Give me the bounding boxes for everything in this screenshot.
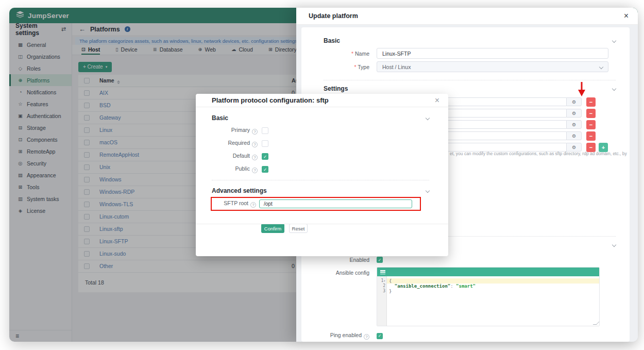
drawer-header: Update platform × (296, 8, 638, 25)
advanced-settings-header[interactable]: Advanced settings (212, 187, 429, 194)
gear-icon: ⚙ (572, 134, 576, 139)
enabled-label: Enabled (324, 257, 377, 263)
protocol-settings-button[interactable]: ⚙ (566, 109, 582, 118)
default-field-row: Default? ✓ (212, 153, 429, 160)
type-select[interactable]: Host / Linux (377, 61, 608, 72)
close-icon[interactable]: × (624, 12, 629, 20)
basic-section-header[interactable]: Basic (212, 114, 429, 121)
chevron-down-icon (426, 188, 430, 192)
gear-icon: ⚙ (572, 99, 576, 105)
ping-enabled-label: Ping enabled (330, 332, 362, 338)
gear-icon: ⚙ (572, 145, 576, 150)
close-icon[interactable]: × (435, 96, 439, 105)
help-icon[interactable]: ? (364, 334, 369, 340)
divider (212, 180, 429, 180)
chevron-down-icon (426, 115, 430, 120)
help-icon[interactable]: ? (252, 142, 258, 147)
required-field-row: Required? (212, 140, 429, 147)
align-lines-icon (380, 270, 385, 274)
fold-icon[interactable]: ▾ (383, 279, 385, 282)
editor-gutter: 1▾ 2 3 (377, 276, 387, 326)
protocol-config-modal: Platform protocol configuration: sftp × … (196, 94, 448, 256)
name-field-row: Name Linux-SFTP (324, 48, 616, 59)
ping-enabled-checkbox[interactable]: ✓ (377, 333, 383, 339)
add-protocol-button[interactable]: + (599, 143, 608, 152)
reset-button[interactable]: Reset (289, 224, 308, 233)
annotation-arrow (577, 81, 587, 97)
confirm-button[interactable]: Confirm (261, 224, 284, 233)
enabled-checkbox[interactable]: ✓ (377, 257, 383, 263)
settings-section-header[interactable]: Settings (324, 85, 616, 92)
ansible-config-editor[interactable]: 1▾ 2 3 { "ansible_connection": "smart" } (377, 267, 600, 326)
basic-section-header[interactable]: Basic (324, 37, 616, 44)
name-label: Name (324, 51, 377, 57)
primary-field-row: Primary? (212, 127, 429, 134)
modal-title: Platform protocol configuration: sftp (212, 96, 329, 104)
enabled-field-row: Enabled ✓ (324, 257, 616, 263)
sftp-root-label: SFTP root (224, 200, 248, 206)
public-field-row: Public? ✓ (212, 166, 429, 173)
code-line-1: { (387, 278, 599, 284)
help-icon[interactable]: ? (252, 155, 258, 160)
gear-icon: ⚙ (572, 111, 576, 116)
default-checkbox[interactable]: ✓ (262, 153, 268, 160)
type-field-row: Type Host / Linux (324, 61, 616, 72)
help-icon[interactable]: ? (252, 129, 258, 135)
help-icon[interactable]: ? (250, 202, 256, 208)
protocol-settings-button[interactable]: ⚙ (566, 131, 582, 140)
chevron-down-icon (612, 243, 616, 247)
editor-toolbar (377, 268, 599, 276)
screen: JumpServer System settings ⇄ ▦General ◫O… (0, 0, 644, 350)
remove-protocol-button[interactable]: − (586, 143, 596, 152)
required-label: Required (228, 140, 250, 146)
chevron-down-icon (599, 64, 603, 69)
remove-protocol-button[interactable]: − (586, 131, 596, 141)
primary-checkbox[interactable] (262, 127, 268, 134)
help-icon[interactable]: ? (252, 168, 258, 173)
sftp-root-input[interactable]: /opt (259, 199, 412, 208)
modal-footer-divider (196, 224, 448, 224)
protocol-settings-button[interactable]: ⚙ (566, 97, 582, 106)
default-label: Default (233, 153, 250, 159)
public-label: Public (235, 165, 250, 172)
drawer-title: Update platform (309, 12, 358, 20)
protocol-settings-button[interactable]: ⚙ (566, 143, 582, 152)
type-label: Type (324, 64, 377, 70)
modal-body: Basic Primary? Required? Default? ✓ Publ… (196, 107, 448, 233)
name-input[interactable]: Linux-SFTP (377, 48, 608, 59)
editor-code[interactable]: { "ansible_connection": "smart" } (387, 276, 599, 326)
code-line-2: "ansible_connection": "smart" (387, 284, 599, 289)
remove-protocol-button[interactable]: − (586, 109, 596, 118)
public-checkbox[interactable]: ✓ (262, 166, 268, 173)
remove-protocol-button[interactable]: − (586, 120, 596, 129)
chevron-down-icon (612, 87, 616, 91)
ping-field-row: Ping enabled? ✓ (324, 332, 616, 340)
protocol-settings-button[interactable]: ⚙ (566, 120, 582, 129)
modal-header: Platform protocol configuration: sftp × (196, 94, 448, 107)
gear-icon: ⚙ (572, 122, 576, 127)
required-checkbox[interactable] (262, 140, 268, 147)
protocol-helper-text: et, you can modify the custom configurat… (450, 151, 627, 156)
modal-actions: Confirm Reset (261, 224, 429, 233)
annotation-rectangle: SFTP root? /opt (211, 197, 421, 211)
divider (324, 80, 616, 80)
remove-protocol-button[interactable]: − (586, 97, 596, 107)
ansible-config-label: Ansible config (324, 267, 377, 276)
primary-label: Primary (231, 127, 250, 133)
ansible-config-row: Ansible config 1▾ 2 3 { "ansible_con (324, 267, 616, 326)
chevron-down-icon (612, 39, 616, 43)
code-line-3: } (387, 289, 599, 294)
